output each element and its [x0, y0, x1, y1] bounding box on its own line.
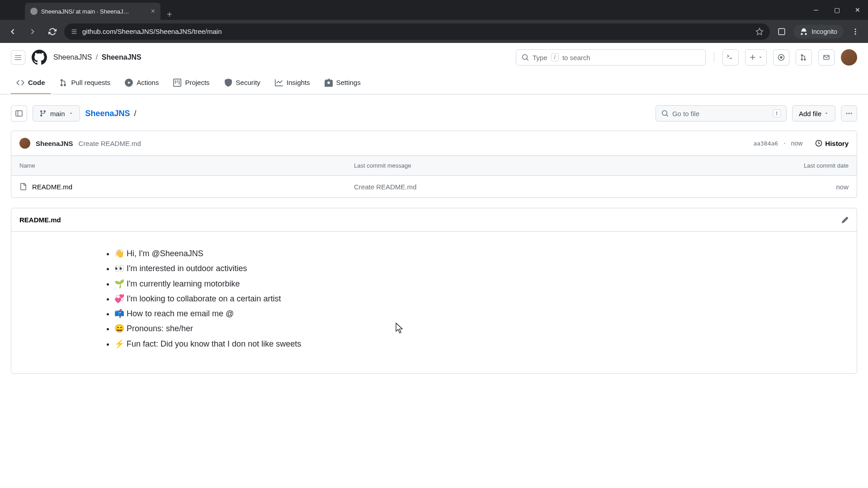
- add-dropdown-button[interactable]: [745, 49, 767, 66]
- readme-filename[interactable]: README.md: [19, 216, 61, 224]
- svg-rect-7: [16, 111, 22, 116]
- file-name-link[interactable]: README.md: [32, 183, 72, 191]
- tab-insights[interactable]: Insights: [269, 72, 316, 94]
- browser-menu-button[interactable]: [847, 23, 863, 40]
- readme-list-item: 📫 How to reach me email me @: [114, 306, 835, 321]
- sidebar-toggle-button[interactable]: [11, 105, 27, 122]
- tab-security[interactable]: Security: [219, 72, 266, 94]
- repo-toolbar: main SheenaJNS / Go to file t Add file: [11, 105, 857, 122]
- svg-point-10: [849, 113, 850, 114]
- incognito-label: Incognito: [811, 28, 837, 35]
- svg-point-9: [846, 113, 848, 114]
- tab-code[interactable]: Code: [11, 72, 51, 94]
- svg-point-6: [780, 56, 782, 58]
- svg-point-11: [851, 113, 852, 114]
- window-maximize-button[interactable]: ▢: [826, 0, 847, 20]
- bookmark-star-icon[interactable]: [755, 28, 764, 36]
- readme-list-item: 😄 Pronouns: she/her: [114, 321, 835, 336]
- latest-commit-bar: SheenaJNS Create README.md aa384a6 · now…: [11, 131, 857, 156]
- search-icon: [661, 110, 669, 117]
- readme-header: README.md: [11, 208, 857, 232]
- chevron-down-icon: [69, 111, 73, 116]
- more-options-button[interactable]: [841, 105, 857, 122]
- tab-bar: SheenaJNS/ at main · SheenaJ… × + ─ ▢ ✕: [0, 0, 868, 20]
- readme-list-item: 👋 Hi, I'm @SheenaJNS: [114, 246, 835, 261]
- file-commit-msg-link[interactable]: Create README.md: [354, 183, 758, 191]
- add-file-button[interactable]: Add file: [792, 105, 835, 122]
- url-text: github.com/SheenaJNS/SheenaJNS/tree/main: [82, 28, 751, 35]
- nav-back-button[interactable]: [5, 23, 21, 40]
- issues-button[interactable]: [773, 49, 789, 66]
- github-logo-icon[interactable]: [32, 50, 47, 65]
- repo-content: main SheenaJNS / Go to file t Add file: [0, 94, 868, 385]
- file-icon: [19, 183, 27, 190]
- readme-list-item: 🌱 I'm currently learning motorbike: [114, 277, 835, 291]
- nav-reload-button[interactable]: [44, 23, 61, 40]
- pencil-icon: [841, 216, 849, 224]
- hamburger-button[interactable]: [11, 50, 25, 65]
- breadcrumb-owner[interactable]: SheenaJNS: [53, 53, 92, 61]
- tab-close-icon[interactable]: ×: [151, 7, 155, 15]
- search-placeholder-post: to search: [562, 54, 590, 61]
- command-palette-button[interactable]: [722, 49, 739, 66]
- col-date-header: Last commit date: [758, 162, 849, 169]
- file-row[interactable]: README.md Create README.md now: [11, 176, 857, 197]
- search-kbd: /: [551, 53, 559, 61]
- commit-sha[interactable]: aa384a6: [753, 140, 778, 147]
- file-table: Name Last commit message Last commit dat…: [11, 156, 857, 198]
- svg-marker-0: [756, 28, 763, 34]
- tab-pull-requests[interactable]: Pull requests: [54, 72, 116, 94]
- svg-point-2: [855, 28, 856, 30]
- chevron-down-icon: [824, 111, 829, 116]
- readme-list-item: ⚡ Fun fact: Did you know that I don not …: [114, 337, 835, 352]
- browser-tab[interactable]: SheenaJNS/ at main · SheenaJ… ×: [25, 3, 160, 20]
- url-bar[interactable]: github.com/SheenaJNS/SheenaJNS/tree/main: [64, 23, 770, 40]
- user-avatar[interactable]: [841, 49, 857, 66]
- repo-path-link[interactable]: SheenaJNS: [85, 109, 130, 118]
- git-branch-icon: [39, 110, 47, 117]
- col-name-header: Name: [19, 162, 354, 169]
- edit-readme-button[interactable]: [841, 216, 849, 224]
- commit-author-avatar[interactable]: [19, 138, 30, 149]
- history-icon: [815, 140, 822, 147]
- col-msg-header: Last commit message: [354, 162, 758, 169]
- nav-forward-button[interactable]: [24, 23, 41, 40]
- svg-point-3: [855, 31, 856, 32]
- breadcrumb: SheenaJNS / SheenaJNS: [53, 53, 142, 61]
- commit-message-link[interactable]: Create README.md: [79, 140, 141, 147]
- extensions-button[interactable]: [774, 23, 790, 40]
- site-settings-icon[interactable]: [71, 28, 78, 35]
- search-input[interactable]: Type / to search: [516, 49, 706, 66]
- tab-favicon: [30, 8, 38, 15]
- tab-title: SheenaJNS/ at main · SheenaJ…: [41, 8, 147, 15]
- breadcrumb-repo[interactable]: SheenaJNS: [102, 53, 142, 61]
- incognito-badge[interactable]: Incognito: [793, 25, 844, 38]
- github-page: SheenaJNS / SheenaJNS Type / to search: [0, 43, 868, 488]
- goto-file-input[interactable]: Go to file t: [656, 105, 787, 122]
- repo-nav: Code Pull requests Actions Projects Secu…: [0, 72, 868, 94]
- file-commit-date: now: [758, 183, 849, 191]
- tab-settings[interactable]: Settings: [319, 72, 366, 94]
- repo-path: SheenaJNS /: [85, 109, 138, 118]
- svg-point-4: [855, 33, 856, 34]
- commit-time: now: [791, 140, 803, 147]
- window-minimize-button[interactable]: ─: [806, 0, 826, 20]
- notifications-button[interactable]: [818, 49, 835, 66]
- pull-requests-button[interactable]: [796, 49, 812, 66]
- readme-body: 👋 Hi, I'm @SheenaJNS👀 I'm interested in …: [11, 232, 857, 373]
- address-bar: github.com/SheenaJNS/SheenaJNS/tree/main…: [0, 20, 868, 43]
- readme-panel: README.md 👋 Hi, I'm @SheenaJNS👀 I'm inte…: [11, 208, 857, 374]
- tab-projects[interactable]: Projects: [168, 72, 215, 94]
- tab-actions[interactable]: Actions: [119, 72, 164, 94]
- commit-author-link[interactable]: SheenaJNS: [36, 140, 73, 147]
- new-tab-button[interactable]: +: [160, 9, 179, 20]
- history-button[interactable]: History: [815, 140, 849, 147]
- search-icon: [522, 54, 529, 61]
- file-table-header: Name Last commit message Last commit dat…: [11, 156, 857, 176]
- readme-list-item: 💞️ I'm looking to collaborate on a certa…: [114, 291, 835, 306]
- readme-list-item: 👀 I'm interested in outdoor activities: [114, 261, 835, 276]
- github-header: SheenaJNS / SheenaJNS Type / to search: [0, 43, 868, 72]
- window-close-button[interactable]: ✕: [847, 0, 868, 20]
- branch-selector[interactable]: main: [33, 105, 80, 122]
- svg-rect-1: [778, 28, 785, 35]
